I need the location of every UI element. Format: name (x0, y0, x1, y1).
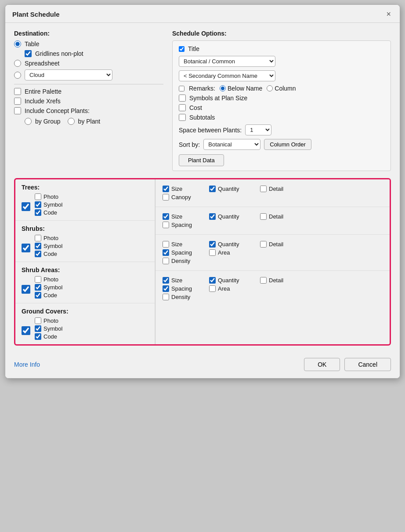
trees-canopy-checkbox[interactable] (163, 194, 169, 200)
ground-covers-size-item[interactable]: Size (163, 277, 202, 284)
shrubs-photo-checkbox[interactable] (35, 235, 41, 241)
shrub-areas-code-item[interactable]: Code (35, 292, 62, 299)
shrub-areas-spacing-item[interactable]: Spacing (163, 249, 202, 256)
trees-symbol-item[interactable]: Symbol (35, 201, 62, 208)
trees-code-checkbox[interactable] (35, 209, 41, 216)
trees-code-item[interactable]: Code (35, 209, 62, 216)
shrub-areas-detail-checkbox[interactable] (260, 241, 267, 248)
shrub-areas-density-checkbox[interactable] (163, 258, 169, 264)
shrubs-main-checkbox[interactable] (22, 244, 30, 252)
destination-table-radio[interactable] (14, 40, 21, 47)
destination-spreadsheet-radio[interactable] (14, 60, 21, 67)
ground-covers-main-checkbox[interactable] (22, 326, 30, 335)
shrub-areas-code-checkbox[interactable] (35, 292, 41, 299)
shrubs-photo-item[interactable]: Photo (35, 235, 62, 241)
ground-covers-symbol-item[interactable]: Symbol (35, 325, 62, 332)
shrub-areas-quantity-checkbox[interactable] (209, 241, 216, 248)
ground-covers-density-checkbox[interactable] (163, 294, 169, 300)
trees-quantity-item[interactable]: Quantity (209, 186, 253, 192)
symbols-plan-size-item[interactable]: Symbols at Plan Size (179, 95, 384, 102)
shrub-areas-symbol-item[interactable]: Symbol (35, 284, 62, 291)
include-xrefs-item[interactable]: Include Xrefs (14, 98, 163, 105)
trees-symbol-checkbox[interactable] (35, 201, 41, 208)
shrubs-size-item[interactable]: Size (163, 213, 202, 220)
title-checkbox[interactable] (179, 46, 184, 52)
include-concept-item[interactable]: Include Concept Plants: (14, 107, 163, 114)
shrub-areas-size-item[interactable]: Size (163, 241, 202, 248)
trees-canopy-item[interactable]: Canopy (163, 194, 202, 200)
shrub-areas-area-checkbox[interactable] (209, 249, 216, 256)
shrub-areas-area-item[interactable]: Area (209, 249, 253, 256)
column-radio-item[interactable]: Column (267, 85, 296, 92)
include-concept-checkbox[interactable] (14, 107, 21, 114)
cost-checkbox[interactable] (179, 104, 186, 111)
shrubs-detail-item[interactable]: Detail (260, 213, 295, 220)
entire-palette-item[interactable]: Entire Palette (14, 88, 163, 95)
ground-covers-area-checkbox[interactable] (209, 285, 216, 292)
ground-covers-density-item[interactable]: Density (163, 294, 202, 300)
trees-detail-item[interactable]: Detail (260, 186, 295, 192)
trees-photo-item[interactable]: Photo (35, 193, 62, 200)
ground-covers-spacing-item[interactable]: Spacing (163, 285, 202, 292)
ground-covers-code-item[interactable]: Code (35, 333, 62, 340)
shrubs-spacing-item[interactable]: Spacing (163, 222, 202, 228)
entire-palette-checkbox[interactable] (14, 88, 21, 95)
ground-covers-photo-item[interactable]: Photo (35, 317, 62, 324)
space-select[interactable]: 1 2 3 (245, 124, 271, 135)
below-name-radio[interactable] (220, 85, 226, 91)
trees-main-checkbox[interactable] (22, 202, 30, 211)
ground-covers-detail-checkbox[interactable] (260, 277, 267, 284)
ground-covers-size-checkbox[interactable] (163, 277, 169, 284)
ground-covers-code-checkbox[interactable] (35, 333, 41, 340)
ok-button[interactable]: OK (304, 358, 340, 371)
cost-item[interactable]: Cost (179, 104, 384, 111)
destination-table[interactable]: Table (14, 40, 163, 47)
by-plant-radio[interactable] (68, 118, 75, 125)
shrub-areas-symbol-checkbox[interactable] (35, 284, 41, 291)
shrubs-code-item[interactable]: Code (35, 251, 62, 257)
trees-photo-checkbox[interactable] (35, 193, 41, 200)
by-plant-item[interactable]: by Plant (68, 118, 101, 125)
gridlines-checkbox[interactable] (25, 50, 32, 57)
shrub-areas-main-checkbox[interactable] (22, 285, 30, 294)
shrub-areas-quantity-item[interactable]: Quantity (209, 241, 253, 248)
trees-size-checkbox[interactable] (163, 186, 169, 192)
shrubs-size-checkbox[interactable] (163, 213, 169, 220)
trees-detail-checkbox[interactable] (260, 186, 267, 192)
more-info-link[interactable]: More Info (14, 361, 40, 368)
ground-covers-quantity-item[interactable]: Quantity (209, 277, 253, 284)
ground-covers-photo-checkbox[interactable] (35, 317, 41, 324)
ground-covers-spacing-checkbox[interactable] (163, 285, 169, 292)
symbols-plan-checkbox[interactable] (179, 95, 186, 102)
sec-name-dropdown[interactable]: < Secondary Common Name None Secondary C… (179, 70, 275, 81)
shrub-areas-detail-item[interactable]: Detail (260, 241, 295, 248)
include-xrefs-checkbox[interactable] (14, 98, 21, 105)
shrub-areas-density-item[interactable]: Density (163, 258, 202, 264)
ground-covers-symbol-checkbox[interactable] (35, 325, 41, 332)
below-name-radio-item[interactable]: Below Name (220, 85, 262, 92)
subtotals-item[interactable]: Subtotals (179, 114, 384, 121)
subtotals-checkbox[interactable] (179, 114, 186, 121)
remarks-checkbox[interactable] (179, 86, 184, 91)
close-button[interactable]: × (384, 9, 393, 19)
column-radio[interactable] (267, 85, 273, 91)
gridlines-checkbox-item[interactable]: Gridlines non-plot (25, 50, 163, 57)
shrub-areas-spacing-checkbox[interactable] (163, 249, 169, 256)
destination-spreadsheet[interactable]: Spreadsheet (14, 60, 163, 67)
name-dropdown[interactable]: Botanical / Common Common / Botanical Bo… (179, 56, 275, 67)
shrub-areas-photo-item[interactable]: Photo (35, 276, 62, 283)
shrubs-quantity-item[interactable]: Quantity (209, 213, 253, 220)
shrubs-code-checkbox[interactable] (35, 251, 41, 257)
trees-size-item[interactable]: Size (163, 186, 202, 192)
by-group-item[interactable]: by Group (25, 118, 61, 125)
plant-data-button[interactable]: Plant Data (179, 154, 224, 166)
cancel-button[interactable]: Cancel (344, 358, 391, 371)
sort-select[interactable]: Botanical Common Code Group (203, 139, 260, 150)
shrub-areas-size-checkbox[interactable] (163, 241, 169, 248)
destination-cloud[interactable]: Cloud (14, 69, 163, 80)
by-group-radio[interactable] (25, 118, 32, 125)
shrubs-spacing-checkbox[interactable] (163, 222, 169, 228)
shrubs-symbol-checkbox[interactable] (35, 243, 41, 249)
column-order-button[interactable]: Column Order (264, 139, 311, 150)
shrubs-quantity-checkbox[interactable] (209, 213, 216, 220)
